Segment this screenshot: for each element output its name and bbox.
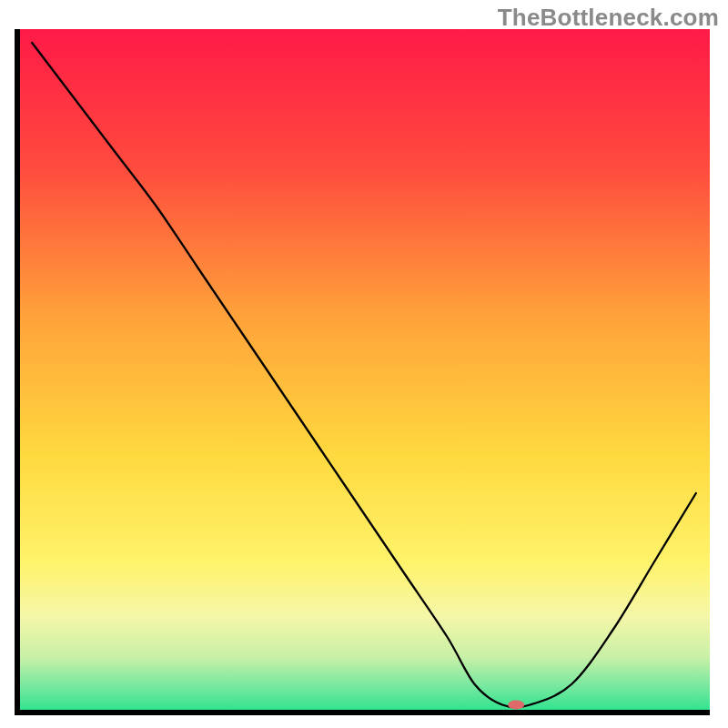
plot-background bbox=[18, 29, 710, 712]
chart-svg bbox=[0, 0, 728, 728]
y-axis bbox=[15, 29, 20, 715]
x-axis bbox=[15, 710, 710, 715]
chart-container: TheBottleneck.com bbox=[0, 0, 728, 728]
optimum-marker bbox=[508, 701, 524, 710]
watermark-text: TheBottleneck.com bbox=[498, 4, 719, 32]
